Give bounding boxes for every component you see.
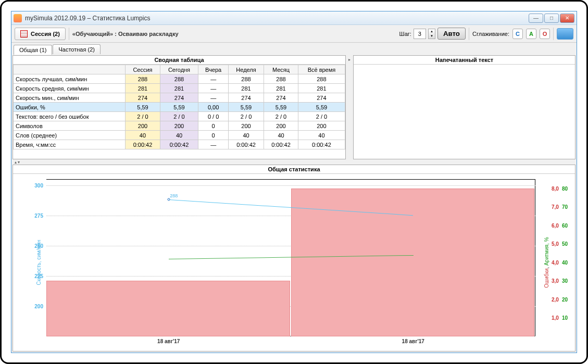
table-row: Ошибки, %5,595,590,005,595,595,59: [14, 103, 345, 112]
table-cell: 2 / 0: [264, 112, 298, 121]
x-tick: 18 авг'17: [157, 338, 180, 344]
table-row: Символов2002000200200200: [14, 121, 345, 131]
y-left-tick: 300: [29, 182, 43, 188]
window-title: mySimula 2012.09.19 – Статистика Lumpics: [25, 15, 529, 22]
table-cell: 288: [298, 74, 345, 84]
table-cell: 5,59: [264, 103, 298, 112]
row-label: Текстов: всего / без ошибок: [14, 112, 126, 121]
separator: [469, 28, 469, 40]
chart-title: Общая статистика: [13, 165, 575, 174]
titlebar: mySimula 2012.09.19 – Статистика Lumpics…: [11, 11, 577, 25]
maximize-button[interactable]: □: [544, 14, 559, 23]
row-label: Символов: [14, 121, 126, 131]
typed-text-panel: Напечатанный текст: [353, 55, 576, 159]
x-tick: 18 авг'17: [402, 338, 424, 344]
table-cell: 281: [228, 84, 264, 93]
table-cell: —: [198, 84, 229, 93]
separator: [69, 28, 69, 40]
table-cell: 274: [160, 93, 198, 103]
table-cell: 40: [298, 131, 345, 140]
session-label: Сессия (2): [31, 31, 60, 37]
row-label: Скорость мин., сим/мин: [14, 93, 126, 103]
chart-area: Скорость, сим/мин Ошибки, Аритмия, % 200…: [15, 176, 573, 349]
row-label: Скорость средняя, сим/мин: [14, 84, 126, 93]
y-right-tick: 6,060: [552, 222, 568, 228]
error-bar: [46, 281, 290, 336]
table-cell: 2 / 0: [228, 112, 264, 121]
y-right-axis-label: Ошибки, Аритмия, %: [544, 237, 549, 287]
table-row: Слов (среднее)40400404040: [14, 131, 345, 140]
minimize-button[interactable]: —: [529, 14, 543, 23]
row-label: Время, ч:мм:сс: [14, 140, 126, 149]
table-cell: 0:00:42: [160, 140, 198, 149]
table-row: Текстов: всего / без ошибок2 / 02 / 00 /…: [14, 112, 345, 121]
table-cell: 274: [126, 93, 160, 103]
col-header: Неделя: [228, 65, 264, 74]
table-cell: 0: [198, 121, 229, 131]
y-right-tick: 2,020: [552, 296, 568, 302]
table-cell: 200: [264, 121, 298, 131]
table-cell: —: [198, 140, 229, 149]
table-cell: 200: [126, 121, 160, 131]
table-cell: 40: [264, 131, 298, 140]
y-right-tick: 4,040: [552, 259, 568, 265]
table-cell: 288: [228, 74, 264, 84]
summary-table: СессияСегодняВчераНеделяМесяцВсё времяСк…: [13, 65, 345, 149]
splitter-horizontal[interactable]: ▴▾: [12, 160, 576, 164]
col-header: Вчера: [198, 65, 229, 74]
typed-text-body: [354, 65, 575, 159]
typed-text-title: Напечатанный текст: [354, 56, 575, 65]
toolbar: Сессия (2) «Обучающий» : Осваиваю раскла…: [11, 25, 577, 43]
splitter-vertical[interactable]: ▸: [347, 55, 352, 159]
session-button[interactable]: Сессия (2): [15, 28, 66, 40]
app-window: mySimula 2012.09.19 – Статистика Lumpics…: [11, 11, 577, 353]
table-cell: 2 / 0: [298, 112, 345, 121]
table-cell: 281: [126, 84, 160, 93]
summary-title: Сводная таблица: [13, 56, 345, 65]
smooth-o-button[interactable]: О: [540, 29, 550, 39]
table-row: Скорость мин., сим/мин274274—274274274: [14, 93, 345, 103]
table-cell: 288: [264, 74, 298, 84]
y-right-tick: 3,030: [552, 278, 568, 284]
y-left-tick: 225: [29, 273, 43, 279]
col-header: Сессия: [126, 65, 160, 74]
table-cell: —: [198, 93, 229, 103]
smooth-a-button[interactable]: А: [526, 29, 536, 39]
display-button[interactable]: [557, 28, 573, 40]
table-cell: 0 / 0: [198, 112, 229, 121]
step-spinner[interactable]: ▲▼: [428, 29, 435, 39]
table-cell: 0:00:42: [298, 140, 345, 149]
tab-frequency[interactable]: Частотная (2): [53, 44, 100, 54]
table-cell: 281: [160, 84, 198, 93]
y-right-tick: 7,070: [552, 204, 568, 210]
y-left-tick: 250: [29, 243, 43, 248]
table-cell: —: [198, 74, 229, 84]
table-cell: 0,00: [198, 103, 229, 112]
table-cell: 0: [198, 131, 229, 140]
mode-label: «Обучающий» : Осваиваю раскладку: [72, 31, 179, 37]
col-header: Всё время: [298, 65, 345, 74]
tab-general[interactable]: Общая (1): [14, 45, 52, 55]
tab-strip: Общая (1) Частотная (2): [11, 43, 577, 54]
smooth-c-button[interactable]: С: [512, 29, 523, 39]
y-right-tick: 5,050: [552, 241, 568, 247]
table-cell: 2 / 0: [126, 112, 160, 121]
table-cell: 288: [126, 74, 160, 84]
chart-panel: Общая статистика Скорость, сим/мин Ошибк…: [12, 165, 576, 352]
table-cell: 274: [264, 93, 298, 103]
app-icon: [14, 14, 22, 22]
table-cell: 281: [264, 84, 298, 93]
table-cell: 5,59: [126, 103, 160, 112]
table-cell: 0:00:42: [228, 140, 264, 149]
table-cell: 200: [160, 121, 198, 131]
col-header: Сегодня: [160, 65, 198, 74]
table-cell: 40: [228, 131, 264, 140]
row-label: Ошибки, %: [14, 103, 126, 112]
step-input[interactable]: [414, 29, 426, 39]
table-cell: 5,59: [298, 103, 345, 112]
table-cell: 2 / 0: [160, 112, 198, 121]
y-right-tick: 1,010: [552, 315, 568, 321]
close-button[interactable]: ✕: [560, 14, 574, 23]
table-cell: 200: [228, 121, 264, 131]
auto-button[interactable]: Авто: [437, 28, 466, 40]
